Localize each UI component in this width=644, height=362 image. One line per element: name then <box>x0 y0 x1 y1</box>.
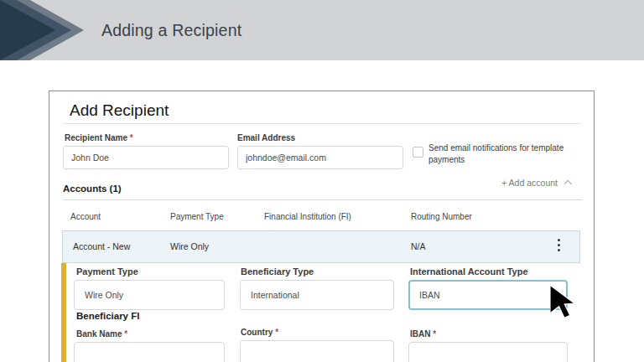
account-row-payment-type: Wire Only <box>170 231 209 262</box>
mouse-cursor <box>550 285 575 318</box>
bank-name-required: * <box>124 329 127 339</box>
page-title: Adding a Recipient <box>101 0 242 60</box>
iban-label-text: IBAN <box>410 329 430 339</box>
payment-type-select[interactable]: Wire Only <box>74 280 225 310</box>
card-title: Add Recipient <box>70 101 169 120</box>
iban-input[interactable] <box>408 342 568 362</box>
email-label: Email Address <box>237 133 295 142</box>
chevron-decoration-icon <box>0 0 92 60</box>
country-label: Country * <box>241 328 278 337</box>
account-row-routing: N/A <box>411 231 426 262</box>
bank-name-label: Bank Name * <box>76 329 127 339</box>
beneficiary-type-value: International <box>251 290 299 300</box>
email-input[interactable] <box>237 146 403 169</box>
header-band: Adding a Recipient <box>0 0 644 60</box>
recipient-name-input[interactable] <box>63 146 229 169</box>
account-row-name: Account - New <box>73 231 130 262</box>
recipient-name-label: Recipient Name * <box>65 133 133 142</box>
beneficiary-type-select[interactable]: International <box>240 280 394 310</box>
add-account-label: + Add account <box>501 178 558 188</box>
col-header-account: Account <box>70 212 101 221</box>
accounts-heading: Accounts (1) <box>63 184 122 194</box>
country-required: * <box>275 328 278 337</box>
intl-account-type-label: International Account Type <box>410 266 528 277</box>
intl-account-type-value: IBAN <box>419 290 440 300</box>
recipient-name-label-text: Recipient Name <box>65 133 127 142</box>
email-notifications-checkbox[interactable] <box>413 147 423 158</box>
bank-name-input[interactable] <box>74 342 225 362</box>
payment-type-label: Payment Type <box>76 266 138 277</box>
col-header-financial-institution: Financial Institution (FI) <box>264 212 351 221</box>
collapse-accounts-icon[interactable] <box>564 180 572 188</box>
iban-label: IBAN * <box>410 329 436 339</box>
title-divider <box>63 123 581 124</box>
intl-account-type-select[interactable]: IBAN <box>408 280 568 310</box>
page: Adding a Recipient Add Recipient Recipie… <box>0 0 644 362</box>
col-header-routing-number: Routing Number <box>411 212 472 221</box>
add-account-button[interactable]: + Add account <box>501 178 571 188</box>
email-notifications-label: Send email notifications for template pa… <box>428 142 565 166</box>
beneficiary-fi-heading: Beneficiary FI <box>76 311 139 321</box>
account-row[interactable]: Account - New Wire Only N/A <box>62 230 580 263</box>
recipient-name-required: * <box>130 133 133 142</box>
country-label-text: Country <box>241 328 273 337</box>
accounts-divider <box>63 199 582 200</box>
iban-required: * <box>433 329 436 339</box>
country-select[interactable] <box>240 340 394 362</box>
bank-name-label-text: Bank Name <box>76 329 122 339</box>
add-recipient-card: Add Recipient Recipient Name * Email Add… <box>49 90 595 362</box>
account-row-menu-icon[interactable] <box>550 235 567 255</box>
expanded-section-accent-bar <box>61 263 66 362</box>
payment-type-value: Wire Only <box>85 290 123 300</box>
beneficiary-type-label: Beneficiary Type <box>241 266 314 277</box>
col-header-payment-type: Payment Type <box>170 212 224 221</box>
